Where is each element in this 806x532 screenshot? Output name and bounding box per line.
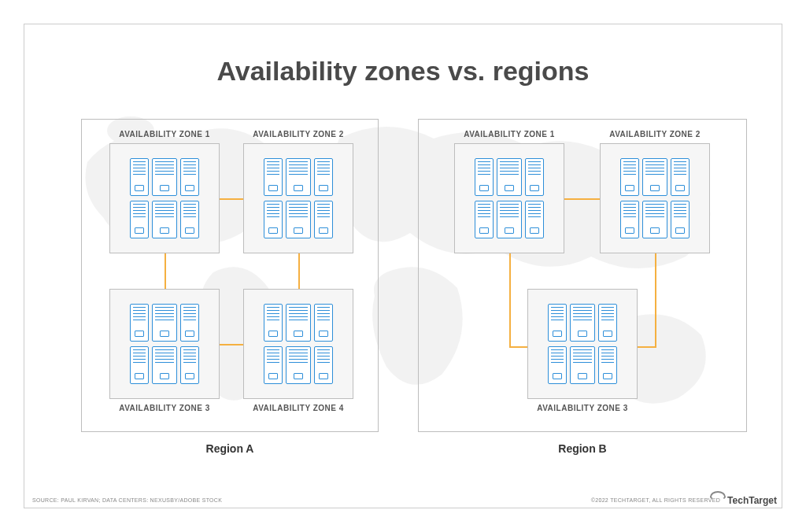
server-icon bbox=[286, 201, 311, 238]
server-row bbox=[264, 201, 333, 238]
server-icon bbox=[314, 346, 333, 384]
connection-line bbox=[509, 253, 511, 348]
server-icon bbox=[475, 158, 494, 196]
region-b-box: AVAILABILITY ZONE 1 AVAILABILITY ZONE 2 … bbox=[418, 119, 747, 432]
server-row bbox=[130, 304, 199, 342]
source-attribution: SOURCE: PAUL KIRVAN; DATA CENTERS: NEXUS… bbox=[32, 497, 222, 503]
connection-line bbox=[220, 198, 243, 200]
server-icon bbox=[642, 201, 667, 238]
zone-label: AVAILABILITY ZONE 3 bbox=[119, 404, 210, 412]
server-icon bbox=[180, 346, 199, 384]
zone-label: AVAILABILITY ZONE 3 bbox=[537, 404, 628, 412]
server-row bbox=[620, 158, 690, 196]
server-icon bbox=[525, 201, 544, 238]
server-icon bbox=[264, 304, 283, 342]
zone-label: AVAILABILITY ZONE 1 bbox=[464, 130, 555, 139]
connection-line bbox=[638, 346, 656, 348]
server-row bbox=[548, 346, 617, 384]
zone-label: AVAILABILITY ZONE 2 bbox=[609, 130, 701, 139]
zone-label: AVAILABILITY ZONE 4 bbox=[253, 404, 344, 412]
diagram-canvas: Availability zones vs. regions AVAILABIL… bbox=[24, 24, 782, 508]
server-row bbox=[475, 158, 544, 196]
server-icon bbox=[152, 201, 177, 238]
availability-zone-a2: AVAILABILITY ZONE 2 bbox=[243, 143, 353, 253]
server-icon bbox=[180, 158, 199, 196]
server-icon bbox=[642, 158, 667, 196]
server-row bbox=[264, 158, 333, 196]
connection-line bbox=[655, 253, 656, 348]
region-b-label: Region B bbox=[419, 442, 746, 455]
server-icon bbox=[130, 201, 149, 238]
server-row bbox=[548, 304, 617, 342]
server-icon bbox=[286, 346, 311, 384]
server-icon bbox=[497, 158, 522, 196]
server-icon bbox=[314, 201, 333, 238]
server-icon bbox=[180, 304, 199, 342]
zone-label: AVAILABILITY ZONE 2 bbox=[253, 130, 344, 139]
server-row bbox=[130, 158, 199, 196]
region-a-box: AVAILABILITY ZONE 1 AVAILABILITY ZONE 2 … bbox=[81, 119, 379, 432]
server-row bbox=[620, 201, 690, 238]
server-icon bbox=[598, 346, 617, 384]
connection-line bbox=[220, 344, 243, 345]
availability-zone-b2: AVAILABILITY ZONE 2 bbox=[600, 143, 710, 253]
availability-zone-a1: AVAILABILITY ZONE 1 bbox=[109, 143, 220, 253]
server-icon bbox=[264, 346, 283, 384]
connection-line bbox=[509, 346, 529, 348]
server-icon bbox=[314, 304, 333, 342]
copyright-text: ©2022 TECHTARGET, ALL RIGHTS RESERVED bbox=[591, 497, 720, 503]
server-icon bbox=[286, 304, 311, 342]
server-icon bbox=[525, 158, 544, 196]
server-icon bbox=[570, 346, 595, 384]
server-icon bbox=[671, 158, 690, 196]
server-row bbox=[130, 201, 199, 238]
server-icon bbox=[671, 201, 690, 238]
availability-zone-b3: AVAILABILITY ZONE 3 bbox=[527, 289, 638, 399]
server-icon bbox=[264, 158, 283, 196]
server-icon bbox=[130, 158, 149, 196]
diagram-title: Availability zones vs. regions bbox=[24, 56, 782, 87]
connection-line bbox=[165, 253, 166, 289]
server-icon bbox=[598, 304, 617, 342]
server-icon bbox=[130, 304, 149, 342]
availability-zone-a3: AVAILABILITY ZONE 3 bbox=[109, 289, 220, 399]
server-row bbox=[264, 304, 333, 342]
server-icon bbox=[152, 304, 177, 342]
server-icon bbox=[548, 346, 567, 384]
server-icon bbox=[314, 158, 333, 196]
server-row bbox=[264, 346, 333, 384]
server-icon bbox=[152, 158, 177, 196]
availability-zone-b1: AVAILABILITY ZONE 1 bbox=[454, 143, 564, 253]
connection-line bbox=[298, 253, 300, 289]
availability-zone-a4: AVAILABILITY ZONE 4 bbox=[243, 289, 353, 399]
eye-icon bbox=[710, 491, 726, 501]
server-icon bbox=[152, 346, 177, 384]
server-row bbox=[130, 346, 199, 384]
server-icon bbox=[570, 304, 595, 342]
server-icon bbox=[180, 201, 199, 238]
server-icon bbox=[620, 201, 639, 238]
server-icon bbox=[475, 201, 494, 238]
server-icon bbox=[620, 158, 639, 196]
techtarget-logo: TechTarget bbox=[710, 495, 777, 506]
server-icon bbox=[497, 201, 522, 238]
brand-name: TechTarget bbox=[727, 495, 777, 506]
server-icon bbox=[264, 201, 283, 238]
server-icon bbox=[130, 346, 149, 384]
server-row bbox=[475, 201, 544, 238]
region-a-label: Region A bbox=[82, 442, 378, 455]
connection-line bbox=[564, 198, 600, 200]
zone-label: AVAILABILITY ZONE 1 bbox=[119, 130, 210, 139]
server-icon bbox=[548, 304, 567, 342]
server-icon bbox=[286, 158, 311, 196]
